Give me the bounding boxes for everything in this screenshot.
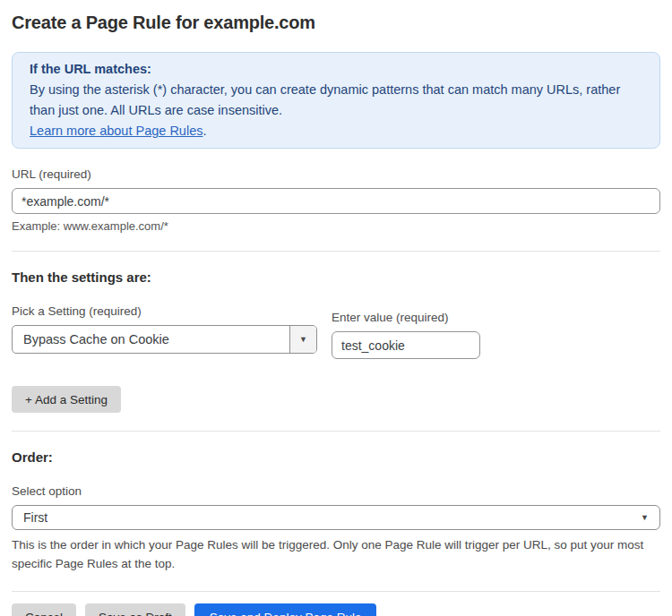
divider <box>12 591 660 592</box>
dropdown-arrow-icon[interactable]: ▼ <box>289 326 316 353</box>
order-select-value: First <box>23 510 47 525</box>
setting-value-input[interactable] <box>332 331 480 359</box>
setting-picker-label: Pick a Setting (required) <box>12 304 317 318</box>
page-rule-form: Create a Page Rule for example.com If th… <box>0 13 672 616</box>
divider <box>12 431 660 432</box>
url-input[interactable] <box>12 188 660 214</box>
save-deploy-button[interactable]: Save and Deploy Page Rule <box>194 603 377 616</box>
url-match-info-box: If the URL matches: By using the asteris… <box>12 52 660 149</box>
setting-dropdown-value: Bypass Cache on Cookie <box>13 326 289 353</box>
order-section-heading: Order: <box>12 449 660 465</box>
form-actions: Cancel Save as Draft Save and Deploy Pag… <box>12 603 660 616</box>
info-box-heading: If the URL matches: <box>30 59 642 80</box>
cancel-button[interactable]: Cancel <box>12 603 76 616</box>
info-box-body: By using the asterisk (*) character, you… <box>30 80 642 121</box>
info-box-link-line: Learn more about Page Rules. <box>30 121 642 141</box>
learn-more-link[interactable]: Learn more about Page Rules <box>30 124 202 138</box>
order-select[interactable]: First ▼ <box>12 505 660 530</box>
setting-value-column: Enter value (required) <box>332 311 480 359</box>
page-title: Create a Page Rule for example.com <box>12 13 660 33</box>
select-arrow-icon: ▼ <box>641 513 649 522</box>
link-suffix: . <box>202 124 206 138</box>
url-helper-text: Example: www.example.com/* <box>12 219 660 233</box>
add-setting-button[interactable]: + Add a Setting <box>12 386 121 413</box>
setting-value-label: Enter value (required) <box>332 311 480 324</box>
order-select-label: Select option <box>12 484 660 498</box>
settings-section-heading: Then the settings are: <box>12 270 660 285</box>
url-label: URL (required) <box>12 167 660 181</box>
setting-dropdown[interactable]: Bypass Cache on Cookie ▼ <box>12 325 317 354</box>
order-helper-text: This is the order in which your Page Rul… <box>12 535 660 573</box>
setting-picker-column: Pick a Setting (required) Bypass Cache o… <box>12 304 317 359</box>
settings-row: Pick a Setting (required) Bypass Cache o… <box>12 304 660 359</box>
save-draft-button[interactable]: Save as Draft <box>85 603 185 616</box>
divider <box>12 251 660 252</box>
